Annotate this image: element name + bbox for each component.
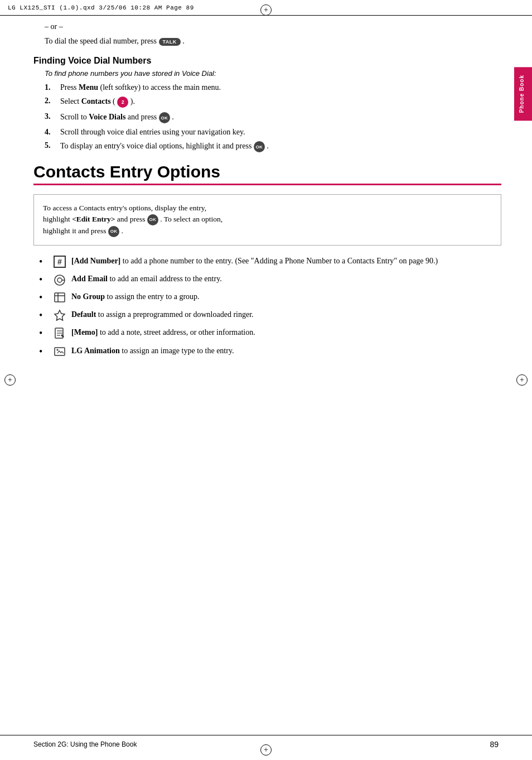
step-1-text: Press Menu (left softkey) to access the … <box>60 83 501 92</box>
svg-point-1 <box>57 278 62 282</box>
no-group-bold: No Group <box>71 292 105 301</box>
svg-point-11 <box>57 349 59 350</box>
reg-mark-left <box>4 374 16 386</box>
lg-animation-icon <box>50 345 69 358</box>
bullet-dot-2: • <box>39 272 50 287</box>
default-bold: Default <box>71 310 96 319</box>
bullet-add-number: • # [Add Number] to add a phone number t… <box>39 256 501 269</box>
step-2-btn: 2 <box>117 97 128 108</box>
bullet-default: • Default to assign a preprogrammed or d… <box>39 309 501 323</box>
step-1-bold: Menu <box>79 83 98 92</box>
page: LG LX125_STI (1.0).qxd 3/25/06 10:28 AM … <box>0 0 532 760</box>
svg-rect-3 <box>55 293 65 302</box>
bullet-memo: • [Memo] to add a note, street address, … <box>39 327 501 340</box>
step-5-ok: OK <box>254 141 265 152</box>
finding-heading: Finding Voice Dial Numbers <box>33 56 501 66</box>
memo-icon <box>50 327 69 339</box>
memo-bold: [Memo] <box>71 328 98 336</box>
bullet-dot-5: • <box>39 326 50 340</box>
step-5: 5. To display an entry's voice dial opti… <box>45 141 501 152</box>
footer-left: Section 2G: Using the Phone Book <box>33 740 137 748</box>
bullet-list: • # [Add Number] to add a phone number t… <box>39 256 501 359</box>
steps-list: 1. Press Menu (left softkey) to access t… <box>45 83 501 152</box>
speed-dial-text-after: . <box>182 37 185 45</box>
bullet-dot-3: • <box>39 290 50 305</box>
bullet-dot-6: • <box>39 344 50 359</box>
bullet-add-email: • Add Email to add an email address to t… <box>39 273 501 287</box>
info-line1: To access a Contacts entry's options, di… <box>43 204 206 212</box>
reg-mark-right <box>516 374 528 386</box>
step-2-num: 2. <box>45 97 60 105</box>
main-content: – or – To dial the speed dial number, pr… <box>33 22 501 727</box>
step-5-text: To display an entry's voice dial options… <box>60 141 501 152</box>
lg-animation-bold: LG Animation <box>71 347 120 355</box>
step-3-ok: OK <box>159 112 170 123</box>
bullet-add-email-text: Add Email to add an email address to the… <box>71 273 222 285</box>
step-3: 3. Scroll to Voice Dials and press OK . <box>45 112 501 123</box>
add-number-icon: # <box>50 256 69 268</box>
info-line2: highlight <Edit Entry> and press OK . To… <box>43 215 223 223</box>
step-2-text: Select Contacts ( 2 ). <box>60 97 501 108</box>
bullet-no-group: • No Group to assign the entry to a grou… <box>39 291 501 305</box>
step-3-num: 3. <box>45 112 60 121</box>
bullet-lg-animation: • LG Animation to assign an image type t… <box>39 345 501 359</box>
default-icon <box>50 309 69 321</box>
step-2-bold: Contacts <box>81 97 111 105</box>
footer-right: 89 <box>490 740 499 749</box>
speed-dial-line: To dial the speed dial number, press TAL… <box>45 37 501 46</box>
add-number-bold: [Add Number] <box>71 257 120 265</box>
bullet-memo-text: [Memo] to add a note, street address, or… <box>71 327 255 338</box>
step-3-text: Scroll to Voice Dials and press OK . <box>60 112 501 123</box>
info-line3: highlight it and press OK . <box>43 227 123 235</box>
step-4-num: 4. <box>45 128 60 137</box>
step-3-bold: Voice Dials <box>89 113 125 121</box>
footer: Section 2G: Using the Phone Book 89 <box>0 735 532 749</box>
phone-book-tab: Phone Book <box>514 67 532 121</box>
finding-subheading: To find phone numbers you have stored in… <box>45 69 501 78</box>
step-2: 2. Select Contacts ( 2 ). <box>45 97 501 108</box>
add-email-bold: Add Email <box>71 275 108 283</box>
info-ok-2: OK <box>108 226 119 237</box>
step-1: 1. Press Menu (left softkey) to access t… <box>45 83 501 92</box>
or-line: – or – <box>45 22 501 31</box>
bullet-add-number-text: [Add Number] to add a phone number to th… <box>71 256 438 267</box>
hash-icon: # <box>54 256 66 268</box>
contacts-big-title: Contacts Entry Options <box>33 162 501 181</box>
header-text: LG LX125_STI (1.0).qxd 3/25/06 10:28 AM … <box>8 4 194 11</box>
step-1-num: 1. <box>45 83 60 92</box>
speed-dial-text-before: To dial the speed dial number, press <box>45 37 157 45</box>
bullet-dot-4: • <box>39 308 50 323</box>
step-4: 4. Scroll through voice dial entries usi… <box>45 128 501 137</box>
info-ok-1: OK <box>147 214 158 225</box>
header-bar: LG LX125_STI (1.0).qxd 3/25/06 10:28 AM … <box>0 0 532 16</box>
bullet-dot-1: • <box>39 254 50 269</box>
no-group-icon <box>50 291 69 304</box>
talk-button: TALK <box>159 38 181 46</box>
info-box: To access a Contacts entry's options, di… <box>33 194 501 246</box>
email-icon <box>53 273 66 287</box>
info-edit-entry: <Edit Entry> <box>72 215 115 223</box>
step-5-num: 5. <box>45 141 60 150</box>
bullet-no-group-text: No Group to assign the entry to a group. <box>71 291 200 302</box>
bullet-lg-animation-text: LG Animation to assign an image type to … <box>71 345 234 357</box>
add-email-icon <box>50 273 69 287</box>
red-divider <box>33 184 501 185</box>
bullet-default-text: Default to assign a preprogrammed or dow… <box>71 309 254 320</box>
step-4-text: Scroll through voice dial entries using … <box>60 128 501 137</box>
